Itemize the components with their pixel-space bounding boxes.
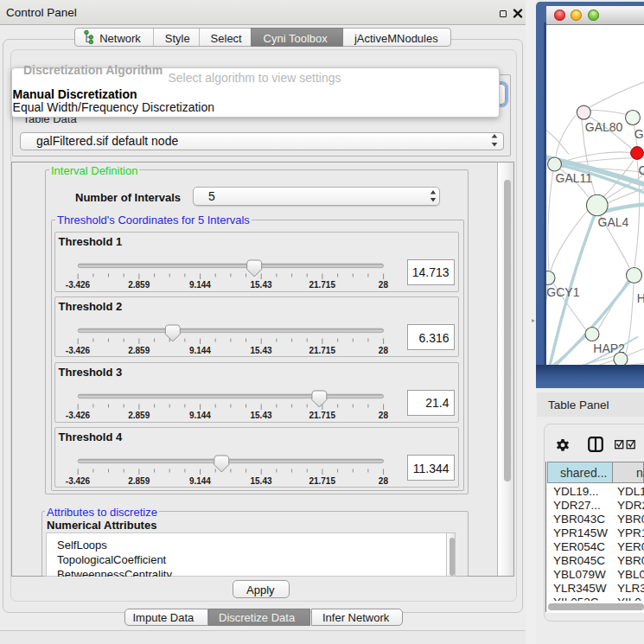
svg-text:G...: G... [634, 126, 644, 140]
svg-text:GAL11: GAL11 [556, 171, 593, 185]
svg-text:H: H [637, 290, 644, 304]
svg-text:GAL4: GAL4 [598, 215, 629, 229]
svg-text:GCY1: GCY1 [546, 284, 579, 298]
svg-text:GAL80: GAL80 [585, 119, 623, 133]
svg-text:HAP2: HAP2 [593, 341, 625, 354]
svg-text:C: C [638, 163, 644, 177]
